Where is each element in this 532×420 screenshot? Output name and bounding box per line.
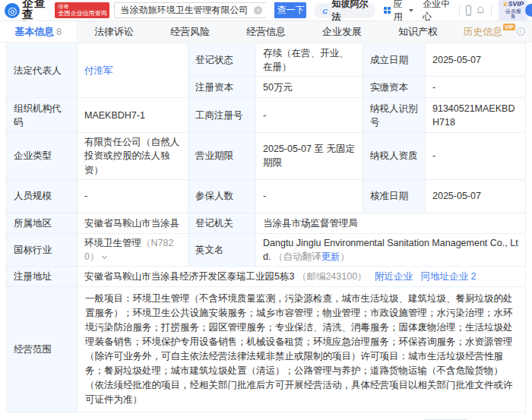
field-label-reg-authority: 登记机关 bbox=[188, 213, 256, 233]
field-label-reg-capital: 注册资本 bbox=[188, 77, 256, 98]
field-value-en-name: Dangtu Jinglu Environmental Sanitation M… bbox=[256, 233, 526, 266]
en-name-note: （自动翻译 bbox=[274, 251, 321, 262]
field-value-region: 安徽省马鞍山市当涂县 bbox=[78, 213, 188, 233]
nearby-companies-link[interactable]: 附近企业 bbox=[375, 271, 413, 282]
zhibi-alpha-icon: C bbox=[321, 6, 328, 15]
field-label-insured-count: 参保人数 bbox=[188, 179, 256, 213]
translate-update-link[interactable]: 更新 bbox=[321, 251, 340, 262]
field-label-approval-date: 核准日期 bbox=[363, 179, 426, 213]
field-label-taxpayer-id: 纳税人识别号 bbox=[363, 98, 426, 133]
field-label-region: 所属地区 bbox=[7, 213, 78, 233]
field-label-org-code: 组织机构代码 bbox=[7, 98, 78, 133]
tab-label: 企业发展 bbox=[322, 25, 362, 39]
field-label-scope: 经营范围 bbox=[7, 286, 78, 412]
slogan-badge: 传奇 全国企业信用查询 bbox=[55, 2, 109, 18]
vip-badge: VIP bbox=[503, 24, 515, 30]
qcc-logo-icon[interactable]: ◎ bbox=[5, 3, 20, 18]
zhibi-alpha-button[interactable]: C 知彼阿尔法 bbox=[314, 3, 375, 18]
shareholders-section-header: 股东信息 1 i x 导出 ◎ 企查查 bbox=[0, 412, 532, 420]
svip-sub-label: 会员服务 bbox=[502, 8, 524, 20]
field-value-org-code: MAEKBDH7-1 bbox=[78, 98, 188, 133]
chevron-down-icon[interactable] bbox=[102, 254, 107, 259]
qcc-logo-text: 企查查 bbox=[22, 0, 52, 20]
field-value-company-type: 有限责任公司（自然人投资或控股的法人独资） bbox=[78, 133, 188, 179]
section-tabbar: 基本信息 8 法律诉讼 经营风险 经营信息 企业发展 知识产权 历史信息 VIP… bbox=[0, 21, 532, 43]
field-value-approval-date: 2025-05-07 bbox=[426, 179, 526, 213]
field-value-biz-term: 2025-05-07 至 无固定期限 bbox=[256, 133, 363, 179]
field-value-industry: 环境卫生管理（N7820） bbox=[78, 233, 188, 266]
field-value-taxpayer-id: 91340521MAEKBDH718 bbox=[426, 98, 526, 133]
field-value-paid-capital: - bbox=[426, 77, 526, 98]
tab-label: 经营风险 bbox=[170, 25, 210, 39]
enterprise-center-link[interactable]: 企业中心 bbox=[423, 0, 452, 24]
postal-code: （邮编243100） bbox=[297, 271, 367, 282]
tab-label: 知识产权 bbox=[398, 25, 438, 39]
divider bbox=[459, 5, 460, 15]
svip-member-badge[interactable]: ♛SVIP 会员服务 bbox=[499, 0, 527, 21]
search-button[interactable]: 查一下 bbox=[274, 2, 306, 18]
top-navigation-bar: ◎ 企查查 Qcc.com 传奇 全国企业信用查询 × 查一下 C 知彼阿尔法 … bbox=[0, 0, 532, 21]
field-label-reg-status: 登记状态 bbox=[188, 44, 256, 77]
tab-intellectual-property[interactable]: 知识产权 bbox=[380, 21, 456, 42]
field-value-address: 安徽省马鞍山市当涂县经济开发区泰瑞工业园5栋3 （邮编243100） 附近企业 … bbox=[78, 266, 526, 286]
same-address-companies-link[interactable]: 同地址企业 2 bbox=[420, 271, 476, 282]
mobile-app-icon[interactable] bbox=[466, 5, 472, 16]
field-label-staff-size: 人员规模 bbox=[7, 179, 78, 213]
field-label-paid-capital: 实缴资本 bbox=[363, 77, 426, 98]
crown-icon: ♛ bbox=[502, 1, 508, 8]
slogan-line1: 传奇 bbox=[58, 4, 106, 10]
tab-history-info[interactable]: 历史信息 VIP i bbox=[456, 21, 532, 42]
address-text: 安徽省马鞍山市当涂县经济开发区泰瑞工业园5栋3 bbox=[84, 271, 294, 282]
field-label-estab-date: 成立日期 bbox=[363, 44, 426, 77]
tab-label: 基本信息 bbox=[14, 25, 54, 39]
tab-operation-info[interactable]: 经营信息 bbox=[228, 21, 304, 42]
tab-label: 法律诉讼 bbox=[94, 25, 134, 39]
notification-bell-icon[interactable] bbox=[477, 5, 485, 16]
field-label-taxpayer-qual: 纳税人资质 bbox=[363, 133, 426, 179]
field-value-biz-reg-no: - bbox=[256, 98, 363, 133]
slogan-line2: 全国企业信用查询 bbox=[58, 10, 106, 17]
info-icon[interactable]: i bbox=[517, 27, 525, 36]
tab-operation-risk[interactable]: 经营风险 bbox=[152, 21, 228, 42]
field-value-reg-capital: 50万元 bbox=[256, 77, 363, 98]
field-label-biz-reg-no: 工商注册号 bbox=[188, 98, 256, 133]
divider bbox=[491, 5, 492, 15]
zhibi-alpha-label: 知彼阿尔法 bbox=[331, 0, 368, 24]
search-input[interactable] bbox=[114, 2, 266, 18]
tab-basic-info[interactable]: 基本信息 8 bbox=[0, 21, 76, 42]
field-label-address: 注册地址 bbox=[7, 266, 78, 286]
qcc-logo[interactable]: 企查查 Qcc.com bbox=[22, 0, 52, 24]
field-value-insured-count: - bbox=[256, 179, 363, 213]
legal-rep-link[interactable]: 付淮军 bbox=[84, 65, 113, 76]
field-label-industry: 国标行业 bbox=[7, 233, 78, 266]
chevron-down-icon bbox=[409, 9, 413, 12]
tab-label: 经营信息 bbox=[246, 25, 286, 39]
field-value-estab-date: 2025-05-07 bbox=[426, 44, 526, 77]
tab-company-development[interactable]: 企业发展 bbox=[304, 21, 380, 42]
apps-menu[interactable]: 应用 bbox=[384, 0, 413, 24]
field-value-legal-rep: 付淮军 bbox=[78, 44, 188, 98]
tab-count: 8 bbox=[56, 27, 62, 37]
field-value-reg-status: 存续（在营、开业、在册） bbox=[256, 44, 363, 77]
apps-grid-icon bbox=[384, 7, 391, 14]
svip-label: SVIP bbox=[508, 0, 524, 8]
field-label-company-type: 企业类型 bbox=[7, 133, 78, 179]
tab-label: 历史信息 bbox=[463, 25, 502, 39]
field-label-en-name: 英文名 bbox=[188, 233, 256, 266]
apps-label: 应用 bbox=[394, 0, 406, 24]
industry-name: 环境卫生管理 bbox=[84, 238, 141, 248]
search-bar: × 查一下 bbox=[114, 2, 306, 18]
en-name-note-close: ） bbox=[340, 251, 350, 262]
field-value-taxpayer-qual: - bbox=[426, 133, 526, 179]
field-label-biz-term: 营业期限 bbox=[188, 133, 256, 179]
field-value-scope: 一般项目：环境卫生管理（不含环境质量监测，污染源检查，城市生活垃圾、建筑垃圾、餐… bbox=[78, 286, 526, 412]
company-info-table: 法定代表人 付淮军 登记状态 存续（在营、开业、在册） 成立日期 2025-05… bbox=[6, 43, 526, 412]
field-label-legal-rep: 法定代表人 bbox=[7, 44, 78, 98]
tab-legal-litigation[interactable]: 法律诉讼 bbox=[76, 21, 152, 42]
field-value-staff-size: - bbox=[78, 179, 188, 213]
field-value-reg-authority: 当涂县市场监督管理局 bbox=[256, 213, 526, 233]
